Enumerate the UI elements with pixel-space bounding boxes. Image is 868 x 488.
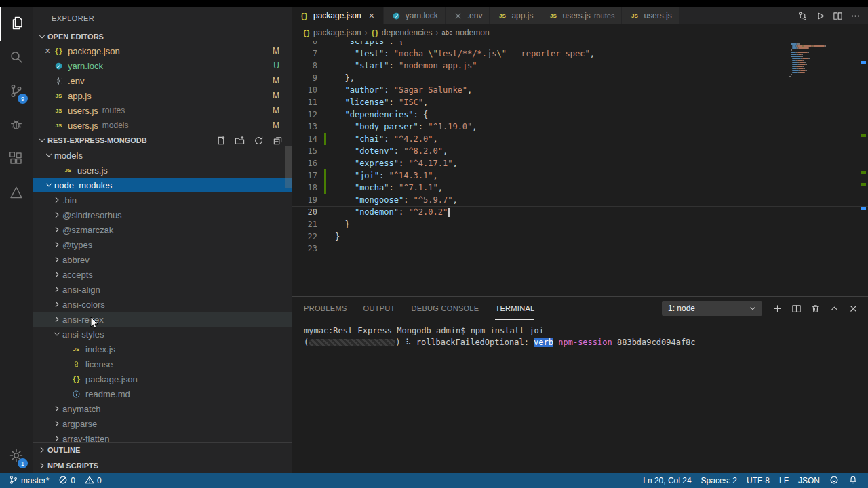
breadcrumb-nodemon[interactable]: abcnodemon bbox=[442, 28, 490, 37]
code-line-22[interactable]: 22} bbox=[292, 230, 868, 243]
tree-item-ansi-colors[interactable]: ansi-colors bbox=[33, 297, 292, 312]
code-line-6[interactable]: 6 "scripts": { bbox=[292, 41, 868, 47]
tree-item-license[interactable]: license bbox=[33, 357, 292, 371]
open-editor-.env[interactable]: .envM bbox=[33, 73, 292, 88]
close-panel-icon[interactable] bbox=[844, 300, 863, 317]
breadcrumb-dependencies[interactable]: {}dependencies bbox=[371, 28, 433, 37]
code-editor[interactable]: 6 "scripts": {7 "test": "mocha \"test/**… bbox=[292, 41, 868, 296]
code-line-16[interactable]: 16 "express": "^4.17.1", bbox=[292, 157, 868, 169]
code-line-20[interactable]: 20 "nodemon": "^2.0.2" bbox=[292, 206, 868, 218]
open-editor-package.json[interactable]: ×{}package.jsonM bbox=[33, 43, 292, 58]
code-line-7[interactable]: 7 "test": "mocha \"test/**/*.js\" --repo… bbox=[292, 47, 868, 60]
tree-item-@types[interactable]: @types bbox=[33, 237, 292, 252]
code-line-14[interactable]: 14 "chai": "^4.2.0", bbox=[292, 133, 868, 145]
tab-users.js-routes[interactable]: JSusers.jsroutes bbox=[540, 7, 622, 24]
code-line-23[interactable]: 23 bbox=[292, 243, 868, 255]
status-encoding[interactable]: UTF-8 bbox=[742, 473, 774, 488]
open-editor-app.js[interactable]: JSapp.jsM bbox=[33, 88, 292, 103]
status-errors[interactable]: 0 bbox=[54, 473, 80, 488]
panel-tab-output[interactable]: OUTPUT bbox=[363, 297, 395, 320]
activity-source-control[interactable]: 9 bbox=[0, 75, 33, 108]
activity-explorer[interactable] bbox=[0, 7, 33, 41]
code-line-19[interactable]: 19 "mongoose": "^5.9.7", bbox=[292, 194, 868, 206]
code-line-13[interactable]: 13 "body-parser": "^1.19.0", bbox=[292, 121, 868, 133]
tree-item-@sindresorhus[interactable]: @sindresorhus bbox=[33, 207, 292, 222]
new-terminal-icon[interactable] bbox=[768, 300, 787, 317]
split-editor-icon[interactable] bbox=[829, 7, 846, 24]
terminal-output[interactable]: mymac:Rest-Express-Mongodb admin$ npm in… bbox=[292, 320, 868, 473]
close-icon[interactable]: × bbox=[42, 45, 53, 56]
status-indentation[interactable]: Spaces: 2 bbox=[696, 473, 742, 488]
code-line-17[interactable]: 17 "joi": "^14.3.1", bbox=[292, 169, 868, 182]
collapse-all-icon[interactable] bbox=[271, 134, 283, 146]
maximize-panel-icon[interactable] bbox=[825, 300, 844, 317]
panel-tab-terminal[interactable]: TERMINAL bbox=[495, 297, 534, 320]
activity-extensions[interactable] bbox=[0, 142, 33, 176]
kill-terminal-icon[interactable] bbox=[806, 300, 825, 317]
tree-item-index.js[interactable]: JSindex.js bbox=[33, 342, 292, 357]
tree-item-.bin[interactable]: .bin bbox=[33, 192, 292, 207]
run-icon[interactable] bbox=[811, 7, 829, 24]
status-feedback[interactable] bbox=[825, 473, 844, 488]
tab-.env[interactable]: .env bbox=[446, 7, 490, 24]
open-editor-users.js-models[interactable]: JSusers.jsmodelsM bbox=[33, 118, 292, 133]
tree-item-node_modules[interactable]: node_modules bbox=[33, 178, 292, 192]
more-icon[interactable] bbox=[846, 7, 864, 24]
activity-manage[interactable]: 1 bbox=[0, 439, 33, 473]
code-line-21[interactable]: 21 } bbox=[292, 218, 868, 230]
refresh-icon[interactable] bbox=[252, 134, 264, 146]
files-icon bbox=[9, 15, 25, 33]
workspace-header[interactable]: REST-EXPRESS-MONGODB bbox=[33, 133, 292, 148]
open-editor-label: users.js bbox=[68, 121, 98, 131]
tree-item-argparse[interactable]: argparse bbox=[33, 416, 292, 431]
status-warnings[interactable]: 0 bbox=[80, 473, 106, 488]
open-editor-users.js-routes[interactable]: JSusers.jsroutesM bbox=[33, 103, 292, 118]
tree-item-readme.md[interactable]: readme.md bbox=[33, 386, 292, 401]
minimap[interactable] bbox=[789, 43, 857, 80]
status-branch[interactable]: master* bbox=[4, 473, 54, 488]
new-file-icon[interactable] bbox=[214, 134, 226, 146]
status-language-mode[interactable]: JSON bbox=[793, 473, 825, 488]
breadcrumb-package.json[interactable]: {}package.json bbox=[302, 28, 361, 37]
panel-tab-debug-console[interactable]: DEBUG CONSOLE bbox=[412, 297, 479, 320]
tree-item-ansi-regex[interactable]: ansi-regex bbox=[33, 312, 292, 327]
tree-item-@szmarczak[interactable]: @szmarczak bbox=[33, 222, 292, 237]
sidebar-scrollbar[interactable] bbox=[285, 146, 292, 188]
new-folder-icon[interactable] bbox=[233, 134, 245, 146]
tree-item-models[interactable]: models bbox=[33, 148, 292, 163]
open-editors-header[interactable]: OPEN EDITORS bbox=[33, 30, 292, 43]
code-line-10[interactable]: 10 "author": "Sagar Salunke", bbox=[292, 84, 868, 96]
tree-item-anymatch[interactable]: anymatch bbox=[33, 401, 292, 416]
activity-search[interactable] bbox=[0, 41, 33, 75]
panel-tab-problems[interactable]: PROBLEMS bbox=[304, 297, 347, 320]
tree-item-ansi-align[interactable]: ansi-align bbox=[33, 282, 292, 297]
tree-item-package.json[interactable]: {}package.json bbox=[33, 371, 292, 386]
tree-item-accepts[interactable]: accepts bbox=[33, 267, 292, 282]
tab-package.json[interactable]: {}package.json× bbox=[292, 7, 384, 24]
tree-item-users.js[interactable]: JSusers.js bbox=[33, 163, 292, 178]
section-npm-scripts[interactable]: NPM SCRIPTS bbox=[33, 458, 292, 473]
code-line-11[interactable]: 11 "license": "ISC", bbox=[292, 96, 868, 108]
tab-app.js[interactable]: JSapp.js bbox=[490, 7, 540, 24]
status-notifications[interactable] bbox=[844, 473, 863, 488]
close-icon[interactable]: × bbox=[367, 10, 376, 21]
open-editor-yarn.lock[interactable]: yarn.lockU bbox=[33, 58, 292, 73]
breadcrumb: {}package.json›{}dependencies›abcnodemon bbox=[292, 24, 868, 41]
activity-extension-extra[interactable] bbox=[0, 176, 33, 210]
terminal-selector[interactable]: 1: node bbox=[662, 301, 762, 316]
tree-item-abbrev[interactable]: abbrev bbox=[33, 252, 292, 267]
code-line-9[interactable]: 9 }, bbox=[292, 72, 868, 84]
activity-run-and-debug[interactable] bbox=[0, 108, 33, 142]
code-line-18[interactable]: 18 "mocha": "^7.1.1", bbox=[292, 182, 868, 194]
status-eol[interactable]: LF bbox=[774, 473, 793, 488]
tree-item-ansi-styles[interactable]: ansi-styles bbox=[33, 327, 292, 342]
code-line-8[interactable]: 8 "start": "nodemon app.js" bbox=[292, 60, 868, 72]
status-cursor-position[interactable]: Ln 20, Col 24 bbox=[638, 473, 696, 488]
code-line-15[interactable]: 15 "dotenv": "^8.2.0", bbox=[292, 145, 868, 157]
split-terminal-icon[interactable] bbox=[787, 300, 806, 317]
git-compare-icon[interactable] bbox=[793, 7, 811, 24]
section-outline[interactable]: OUTLINE bbox=[33, 442, 292, 458]
tab-yarn.lock[interactable]: yarn.lock bbox=[384, 7, 446, 24]
code-line-12[interactable]: 12 "dependencies": { bbox=[292, 108, 868, 121]
tab-users.js[interactable]: JSusers.js bbox=[622, 7, 679, 24]
